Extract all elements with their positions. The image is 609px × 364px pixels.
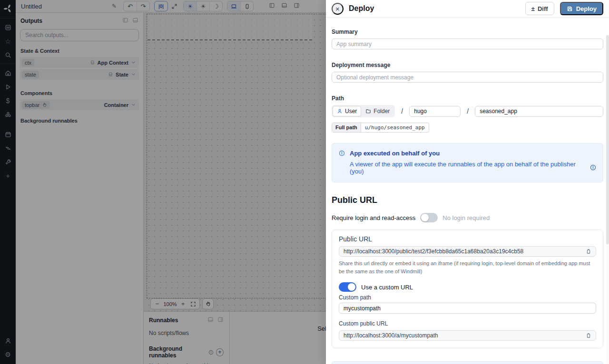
public-url-heading: Public URL: [332, 195, 603, 205]
full-path-value: u/hugo/seasoned_app: [361, 123, 429, 132]
summary-label: Summary: [332, 29, 603, 35]
close-icon[interactable]: ×: [332, 3, 344, 15]
custom-url-toggle-label: Use a custom URL: [361, 284, 413, 291]
info-icon: [339, 150, 345, 175]
save-icon: [567, 6, 573, 12]
owner-folder-label: Folder: [373, 108, 390, 115]
diff-button-label: Diff: [538, 5, 548, 12]
require-login-row: Require login and read-access No login r…: [332, 213, 603, 222]
app-window: ☆ $ + ⚙ Untitled ✎ ↶ ↷: [0, 0, 609, 364]
drawer-scrollbar[interactable]: [606, 35, 609, 364]
deploy-button-label: Deploy: [576, 5, 597, 12]
executed-on-behalf-infobox: App executed on behalf of you A viewer o…: [332, 143, 603, 182]
owner-kind-segmented: User Folder: [332, 105, 395, 117]
full-path-label: Full path: [332, 123, 361, 132]
custom-public-url-field: http://localhost:3000/a/mycustompath: [339, 330, 596, 341]
share-help-text: Share this url directly or embed it usin…: [339, 259, 596, 276]
path-name-input[interactable]: [475, 106, 603, 117]
deployment-message-label: Deployment message: [332, 62, 603, 68]
deploy-drawer-body: Summary Deployment message Path User Fol…: [326, 18, 609, 364]
copy-clipboard-icon[interactable]: [586, 333, 591, 338]
public-url-value: http://localhost:3000/public/test2/f3efc…: [344, 248, 582, 255]
full-path-chip: Full path u/hugo/seasoned_app: [332, 123, 429, 133]
path-label: Path: [332, 95, 603, 102]
path-separator: /: [401, 107, 403, 115]
custom-public-url-label: Custom public URL: [339, 320, 596, 327]
public-url-field: http://localhost:3000/public/test2/f3efc…: [339, 246, 596, 257]
app-editor: ☆ $ + ⚙ Untitled ✎ ↶ ↷: [0, 0, 326, 364]
plus-minus-icon: ±: [531, 5, 535, 12]
path-owner-input[interactable]: [409, 106, 461, 117]
public-url-card: Public URL http://localhost:3000/public/…: [332, 230, 603, 348]
person-icon: [337, 108, 343, 114]
deployment-message-input[interactable]: [332, 72, 603, 83]
deploy-title: Deploy: [349, 4, 374, 13]
require-login-toggle[interactable]: [420, 213, 438, 222]
folder-icon: [365, 108, 371, 114]
scrollbar-thumb[interactable]: [606, 35, 609, 244]
owner-folder-segment[interactable]: Folder: [361, 106, 394, 116]
summary-input[interactable]: [332, 38, 603, 49]
deploy-drawer: × Deploy ± Diff Deploy Summary Deploymen…: [326, 0, 609, 364]
custom-path-label: Custom path: [339, 294, 596, 301]
drawer-backdrop[interactable]: [0, 0, 326, 364]
require-login-label: Require login and read-access: [332, 214, 415, 221]
custom-path-input[interactable]: [339, 303, 596, 314]
path-row: User Folder / /: [332, 105, 603, 117]
deploy-button[interactable]: Deploy: [560, 2, 603, 15]
public-url-label: Public URL: [339, 235, 596, 243]
no-login-label: No login required: [442, 214, 490, 221]
deploy-drawer-header: × Deploy ± Diff Deploy: [326, 0, 609, 18]
copy-clipboard-icon[interactable]: [586, 249, 591, 254]
info-icon[interactable]: [590, 164, 596, 172]
custom-public-url-value: http://localhost:3000/a/mycustompath: [344, 332, 582, 339]
path-separator: /: [467, 107, 469, 115]
latest-deploy-infobox: Only latest deployed app is publicly ava…: [332, 361, 603, 364]
custom-url-toggle[interactable]: [339, 282, 356, 292]
owner-user-label: User: [345, 108, 357, 115]
owner-user-segment[interactable]: User: [333, 106, 361, 116]
exec-info-body: A viewer of the app will execute the run…: [350, 161, 587, 175]
exec-info-title: App executed on behalf of you: [350, 150, 596, 157]
custom-url-toggle-row: Use a custom URL: [339, 282, 596, 292]
diff-button[interactable]: ± Diff: [525, 2, 554, 15]
